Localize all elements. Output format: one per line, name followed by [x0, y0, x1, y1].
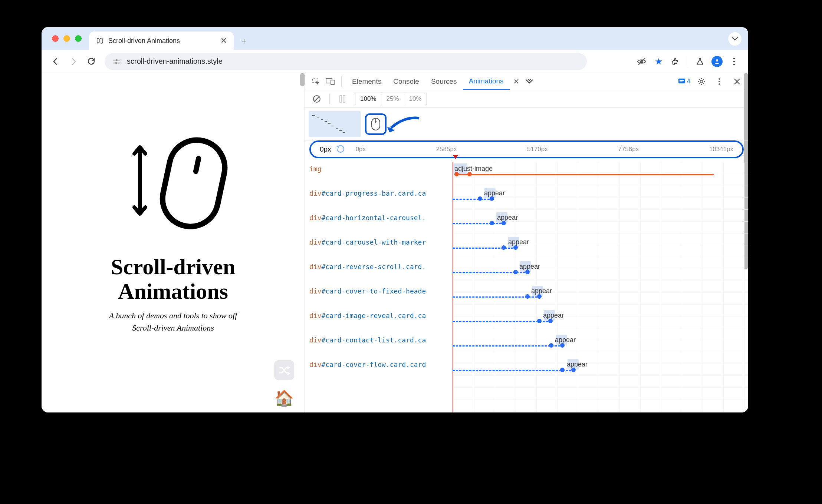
svg-rect-20: [680, 82, 683, 82]
animation-row[interactable]: div#card-contact-list.card.caappear: [305, 333, 748, 358]
animation-bar: [453, 198, 490, 200]
keyframe-dot[interactable]: [467, 172, 472, 176]
clear-all-icon[interactable]: [310, 92, 323, 106]
tab-search-button[interactable]: [728, 32, 742, 46]
chrome-menu-icon[interactable]: [727, 54, 742, 69]
site-settings-icon[interactable]: [111, 57, 122, 66]
animation-row[interactable]: imgadjust-image: [305, 162, 748, 186]
shuffle-button[interactable]: [274, 360, 294, 380]
speed-10%[interactable]: 10%: [404, 93, 427, 105]
devtools-tab-sources[interactable]: Sources: [425, 73, 463, 90]
inspect-element-icon[interactable]: [309, 75, 323, 88]
close-devtools-icon[interactable]: [730, 75, 744, 88]
devtools-tab-elements[interactable]: Elements: [346, 73, 387, 90]
svg-rect-13: [157, 135, 230, 232]
profile-avatar[interactable]: [710, 54, 724, 69]
keyframe-dot[interactable]: [560, 343, 565, 348]
row-track[interactable]: appear: [453, 214, 748, 232]
row-track[interactable]: appear: [453, 238, 748, 257]
animation-row[interactable]: div#card-reverse-scroll.card.appear: [305, 260, 748, 284]
forward-button[interactable]: [66, 54, 81, 69]
bookmark-star-icon[interactable]: ★: [651, 54, 666, 69]
close-tab-icon[interactable]: ✕: [220, 36, 227, 46]
new-tab-button[interactable]: +: [237, 34, 251, 48]
settings-gear-icon[interactable]: [695, 75, 708, 88]
close-panel-tab-icon[interactable]: ✕: [510, 77, 522, 86]
row-track[interactable]: appear: [453, 263, 748, 281]
pause-all-icon[interactable]: [336, 92, 349, 106]
flask-labs-icon[interactable]: [693, 54, 707, 69]
animation-row[interactable]: div#card-progress-bar.card.caappear: [305, 186, 748, 211]
devtools-tabbar: ElementsConsoleSourcesAnimations ✕ 4: [305, 73, 748, 90]
scroll-driven-indicator[interactable]: [365, 113, 387, 135]
devtools-tab-animations[interactable]: Animations: [463, 73, 510, 90]
keyframe-dot[interactable]: [525, 294, 530, 299]
animation-row[interactable]: div#card-horizontal-carousel.appear: [305, 211, 748, 235]
keyframe-dot[interactable]: [537, 294, 542, 299]
animation-bar: [453, 295, 537, 298]
address-bar[interactable]: scroll-driven-animations.style: [105, 53, 587, 70]
keyframe-dot[interactable]: [549, 343, 553, 348]
row-element-label: div#card-horizontal-carousel.: [305, 214, 453, 222]
avatar-icon: [711, 56, 723, 67]
animation-row[interactable]: div#card-carousel-with-markerappear: [305, 235, 748, 260]
annotation-arrow-icon: [387, 115, 420, 134]
animation-row[interactable]: div#card-cover-to-fixed-headeappear: [305, 284, 748, 309]
playhead-icon[interactable]: [453, 155, 458, 160]
mouse-icon: [371, 117, 381, 131]
row-track[interactable]: appear: [453, 361, 748, 379]
replay-icon[interactable]: [336, 145, 345, 154]
devtools-menu-icon[interactable]: [713, 75, 726, 88]
animation-row[interactable]: div#card-image-reveal.card.caappear: [305, 309, 748, 333]
keyframe-dot[interactable]: [490, 196, 494, 201]
keyframe-dot[interactable]: [537, 319, 542, 323]
animations-toolbar: 100%25%10%: [305, 90, 748, 108]
keyframe-dot[interactable]: [560, 368, 565, 372]
row-track[interactable]: appear: [453, 287, 748, 306]
row-track[interactable]: appear: [453, 189, 748, 208]
page-scrollbar[interactable]: [300, 73, 305, 86]
keyframe-dot[interactable]: [513, 270, 518, 274]
speed-100%[interactable]: 100%: [355, 93, 381, 105]
home-button[interactable]: 🏠: [274, 388, 294, 408]
animation-bar: [453, 369, 571, 371]
svg-rect-18: [678, 79, 685, 83]
zoom-window-icon[interactable]: [75, 35, 82, 42]
extensions-icon[interactable]: [668, 54, 683, 69]
keyframe-dot[interactable]: [502, 221, 506, 225]
keyframe-dot[interactable]: [478, 196, 482, 201]
more-tabs-icon[interactable]: [523, 75, 536, 88]
keyframe-dot[interactable]: [490, 221, 494, 225]
svg-rect-19: [680, 80, 684, 81]
minimize-window-icon[interactable]: [63, 35, 70, 42]
keyframe-dot[interactable]: [548, 319, 553, 323]
keyframe-dot[interactable]: [571, 368, 576, 372]
svg-point-21: [700, 80, 703, 83]
page-hero-icon: [114, 121, 233, 240]
row-track[interactable]: appear: [453, 336, 748, 355]
reload-button[interactable]: [84, 54, 99, 69]
svg-point-2: [116, 59, 118, 61]
browser-tab[interactable]: Scroll-driven Animations ✕: [89, 32, 234, 50]
svg-point-23: [719, 81, 720, 82]
device-toolbar-icon[interactable]: [323, 75, 337, 88]
back-button[interactable]: [48, 54, 63, 69]
animation-row[interactable]: div#card-cover-flow.card.cardappear: [305, 358, 748, 382]
row-element-label: div#card-contact-list.card.ca: [305, 336, 453, 344]
incognito-tracking-icon[interactable]: [634, 54, 649, 69]
messages-badge[interactable]: 4: [678, 78, 690, 85]
row-track[interactable]: appear: [453, 312, 748, 330]
tab-title: Scroll-driven Animations: [108, 37, 180, 45]
keyframe-dot[interactable]: [502, 245, 506, 250]
playback-speed[interactable]: 100%25%10%: [355, 93, 427, 105]
devtools-tab-console[interactable]: Console: [387, 73, 425, 90]
close-window-icon[interactable]: [52, 35, 59, 42]
animation-group-1[interactable]: [309, 111, 361, 137]
timeline-ruler[interactable]: 0px 0px2585px5170px7756px10341px: [309, 140, 744, 158]
keyframe-dot[interactable]: [525, 270, 530, 274]
keyframe-dot[interactable]: [513, 245, 518, 250]
speed-25%[interactable]: 25%: [381, 93, 404, 105]
row-track[interactable]: adjust-image: [453, 165, 748, 183]
keyframe-dot[interactable]: [454, 172, 459, 176]
page-subtitle: A bunch of demos and tools to show offSc…: [109, 309, 237, 334]
